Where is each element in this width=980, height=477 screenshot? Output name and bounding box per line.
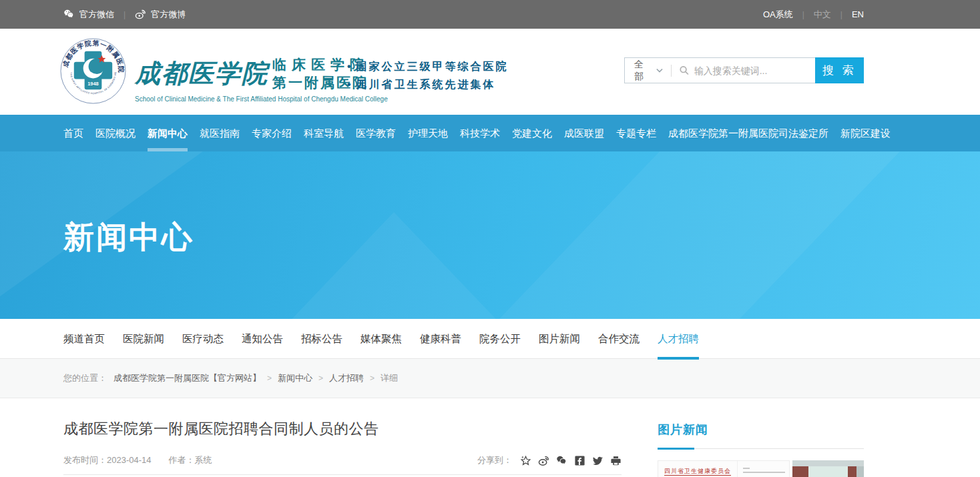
document-page: 四川省卫生健康委员会: [658, 461, 737, 477]
tab-hospital-news[interactable]: 医院新闻: [123, 319, 164, 359]
nav-item-departments[interactable]: 科室导航: [298, 115, 350, 151]
article-meta-row: 发布时间：2023-04-14 作者：系统 分享到：: [63, 454, 622, 466]
document-text-line: [743, 472, 785, 473]
share-row: 分享到：: [477, 454, 622, 466]
photo-panel: [856, 466, 864, 477]
search-category-value: 全部: [634, 59, 651, 83]
svg-text:1948: 1948: [87, 81, 98, 87]
document-red-title: 四川省卫生健康委员会: [664, 467, 731, 476]
nav-item-alliance[interactable]: 成医联盟: [558, 115, 610, 151]
breadcrumb-separator: >: [312, 374, 329, 383]
article-author: 作者：系统: [169, 454, 212, 466]
rule-accent: [658, 448, 694, 450]
search-icon: [680, 65, 689, 75]
oa-system-link[interactable]: OA系统: [763, 9, 793, 21]
nav-item-science[interactable]: 科技学术: [454, 115, 506, 151]
lang-zh-link[interactable]: 中文: [814, 9, 831, 21]
banner-decor-shape: [254, 212, 534, 319]
photo-news-item-photo[interactable]: [792, 460, 864, 477]
tab-medical-trends[interactable]: 医疗动态: [182, 319, 224, 359]
chevron-down-icon: [656, 68, 663, 73]
photo-screen: [808, 466, 848, 477]
favorite-star-icon[interactable]: [520, 455, 531, 466]
print-icon[interactable]: [610, 455, 622, 466]
nav-item-judicial[interactable]: 成都医学院第一附属医院司法鉴定所: [662, 115, 834, 151]
tab-photo-news[interactable]: 图片新闻: [539, 319, 580, 359]
top-utility-bar: 官方微信 | 官方微博 OA系统 | 中文 | EN: [0, 0, 980, 29]
hero-banner: 新闻中心: [0, 151, 980, 319]
article-divider: [63, 474, 622, 475]
article-title: 成都医学院第一附属医院招聘合同制人员的公告: [63, 419, 622, 439]
weibo-share-icon[interactable]: [538, 455, 549, 466]
tab-cooperation[interactable]: 合作交流: [598, 319, 640, 359]
photo-news-rule: [658, 448, 864, 449]
breadcrumb-recruitment[interactable]: 人才招聘: [329, 372, 364, 384]
hospital-badges: •国家公立三级甲等综合医院 •四川省卫生系统先进集体: [347, 57, 509, 93]
breadcrumb-news-center[interactable]: 新闻中心: [278, 372, 312, 384]
nav-item-party[interactable]: 党建文化: [506, 115, 558, 151]
content-area: 成都医学院第一附属医院招聘合同制人员的公告 发布时间：2023-04-14 作者…: [0, 398, 980, 477]
nav-item-home[interactable]: 首页: [63, 115, 89, 151]
tab-media-focus[interactable]: 媒体聚焦: [360, 319, 402, 359]
nav-item-news-center[interactable]: 新闻中心: [142, 115, 194, 151]
photo-ceiling: [792, 460, 864, 466]
tab-health-science[interactable]: 健康科普: [420, 319, 461, 359]
photo-news-item-document[interactable]: 四川省卫生健康委员会: [658, 460, 790, 477]
breadcrumb-home[interactable]: 成都医学院第一附属医院【官方网站】: [113, 372, 261, 384]
brand-subtitle-en: School of Clinical Medicine & The First …: [135, 95, 388, 103]
sidebar: 图片新闻 四川省卫生健康委员会: [658, 398, 864, 477]
nav-item-new-campus[interactable]: 新院区建设: [834, 115, 897, 151]
badge-2: •四川省卫生系统先进集体: [347, 75, 509, 93]
tab-bidding[interactable]: 招标公告: [301, 319, 342, 359]
channel-tabs: 频道首页 医院新闻 医疗动态 通知公告 招标公告 媒体聚焦 健康科普 院务公开 …: [0, 319, 980, 359]
nav-item-special[interactable]: 专题专栏: [610, 115, 662, 151]
breadcrumb-separator: >: [364, 374, 381, 383]
nav-item-education[interactable]: 医学教育: [350, 115, 402, 151]
tab-notices[interactable]: 通知公告: [242, 319, 283, 359]
topbar-divider: |: [802, 10, 804, 19]
main-nav: 首页 医院概况 新闻中心 就医指南 专家介绍 科室导航 医学教育 护理天地 科技…: [0, 115, 980, 151]
nav-item-nursing[interactable]: 护理天地: [402, 115, 454, 151]
wechat-share-icon[interactable]: [556, 455, 567, 466]
document-text-line: [743, 468, 750, 469]
official-weibo-link[interactable]: 官方微博: [135, 9, 186, 21]
search-input[interactable]: [694, 65, 815, 76]
tab-channel-home[interactable]: 频道首页: [63, 319, 105, 359]
search-divider: [671, 65, 672, 77]
badge-1: •国家公立三级甲等综合医院: [347, 57, 509, 75]
search-category-select[interactable]: 全部: [625, 59, 671, 83]
topbar-divider: |: [840, 10, 842, 19]
publish-time: 发布时间：2023-04-14: [63, 454, 152, 466]
nav-item-visit-guide[interactable]: 就医指南: [194, 115, 246, 151]
twitter-share-icon[interactable]: [592, 455, 603, 466]
breadcrumb-current: 详细: [381, 372, 398, 384]
banner-title: 新闻中心: [63, 217, 194, 258]
share-label: 分享到：: [477, 454, 512, 466]
site-search: 全部 搜 索: [624, 57, 864, 83]
article-column: 成都医学院第一附属医院招聘合同制人员的公告 发布时间：2023-04-14 作者…: [63, 398, 622, 475]
hospital-seal-icon: 成都医学院第一附属医院 THE FIRST AFFILIATED HOSPITA…: [60, 38, 126, 104]
topbar-divider: |: [124, 10, 126, 19]
search-button[interactable]: 搜 索: [815, 57, 864, 83]
tab-recruitment[interactable]: 人才招聘: [658, 319, 699, 359]
site-header: 成都医学院第一附属医院 THE FIRST AFFILIATED HOSPITA…: [0, 29, 980, 115]
official-wechat-link[interactable]: 官方微信: [63, 9, 114, 21]
facebook-share-icon[interactable]: [574, 455, 585, 466]
official-weibo-label: 官方微博: [151, 9, 186, 21]
breadcrumb-location-label: 您的位置：: [63, 372, 107, 384]
tab-hospital-affairs[interactable]: 院务公开: [479, 319, 521, 359]
nav-item-experts[interactable]: 专家介绍: [246, 115, 298, 151]
lang-en-link[interactable]: EN: [852, 9, 864, 19]
photo-news-list: 四川省卫生健康委员会: [658, 460, 864, 477]
document-page: [737, 461, 789, 477]
breadcrumb-separator: >: [261, 374, 278, 383]
official-wechat-label: 官方微信: [79, 9, 114, 21]
weibo-icon: [135, 9, 146, 20]
photo-news-title: 图片新闻: [658, 422, 864, 438]
wechat-icon: [63, 9, 75, 20]
breadcrumb-bar: 您的位置： 成都医学院第一附属医院【官方网站】 > 新闻中心 > 人才招聘 > …: [0, 359, 980, 398]
nav-item-overview[interactable]: 医院概况: [89, 115, 142, 151]
brand-calligraphy: 成都医学院: [135, 57, 268, 91]
banner-decor-shape: [499, 151, 900, 319]
hospital-logo[interactable]: 成都医学院第一附属医院 THE FIRST AFFILIATED HOSPITA…: [60, 38, 126, 104]
